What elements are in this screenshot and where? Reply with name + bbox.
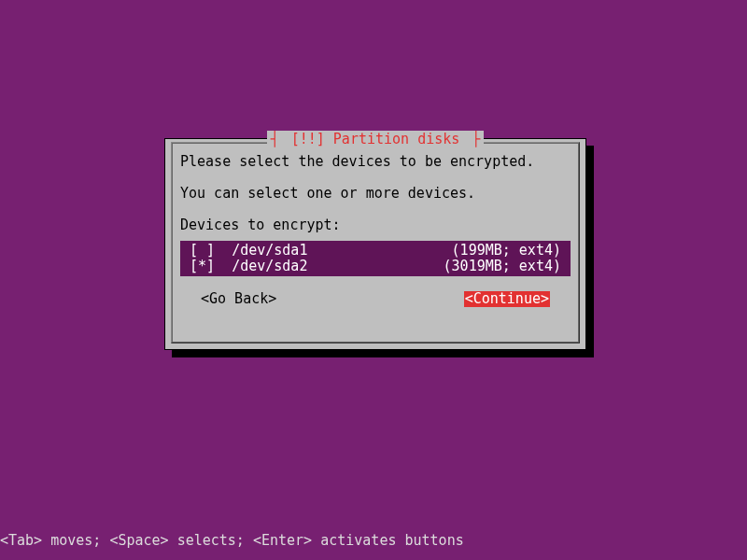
dialog-content: Please select the devices to be encrypte…	[165, 139, 585, 316]
footer-hint: <Tab> moves; <Space> selects; <Enter> ac…	[0, 532, 464, 549]
button-row: <Go Back> <Continue>	[180, 291, 571, 307]
sub-instruction-text: You can select one or more devices.	[180, 186, 571, 202]
device-info: (3019MB; ext4)	[444, 259, 561, 274]
go-back-button[interactable]: <Go Back>	[201, 291, 276, 307]
continue-button[interactable]: <Continue>	[464, 291, 550, 307]
instruction-text: Please select the devices to be encrypte…	[180, 154, 571, 170]
device-list[interactable]: [ ] /dev/sda1 (199MB; ext4) [*] /dev/sda…	[180, 241, 571, 276]
device-row[interactable]: [ ] /dev/sda1 (199MB; ext4)	[190, 243, 561, 259]
dialog-title: ┤ [!!] Partition disks ├	[165, 131, 585, 147]
device-path: /dev/sda2	[232, 258, 307, 274]
device-row[interactable]: [*] /dev/sda2 (3019MB; ext4)	[190, 259, 561, 274]
devices-label: Devices to encrypt:	[180, 217, 571, 233]
partition-dialog: ┤ [!!] Partition disks ├ Please select t…	[164, 138, 586, 350]
device-info: (199MB; ext4)	[452, 243, 561, 259]
device-path: /dev/sda1	[232, 242, 307, 259]
checkbox[interactable]: [*]	[190, 258, 215, 274]
checkbox[interactable]: [ ]	[190, 242, 215, 259]
